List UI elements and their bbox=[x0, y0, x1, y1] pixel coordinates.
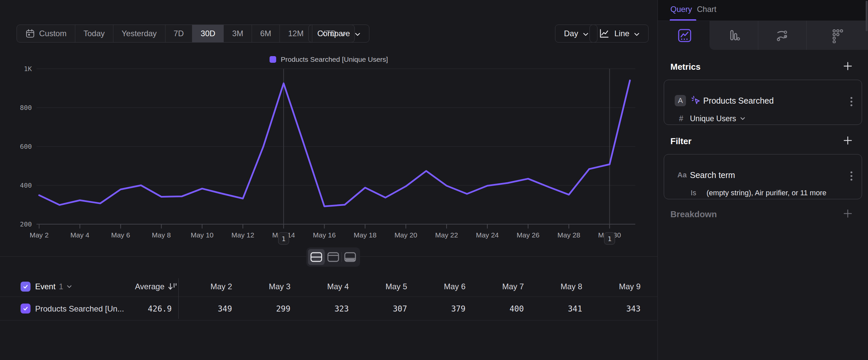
average-value: 426.9 bbox=[103, 297, 172, 321]
add-filter-button[interactable] bbox=[843, 136, 853, 147]
x-axis-label: May 6 bbox=[111, 231, 130, 239]
x-axis-label: May 20 bbox=[395, 231, 417, 239]
cell-value: 349 bbox=[179, 297, 232, 321]
filter-property-name: Search term bbox=[690, 170, 735, 180]
active-tab-underline bbox=[670, 19, 696, 21]
table-header-row: Event 1 Average May 2 May 3 May 4 May 5 … bbox=[0, 276, 657, 297]
tab-bar-chart[interactable] bbox=[710, 21, 758, 50]
metric-card[interactable]: A Products Searched # Unique Users bbox=[664, 80, 862, 125]
report-main-panel: Custom Today Yesterday 7D 30D 3M 6M 12M … bbox=[0, 0, 657, 360]
metrics-heading: Metrics bbox=[671, 62, 701, 72]
day-column-header: May 3 bbox=[238, 276, 290, 297]
cell-value: 323 bbox=[296, 297, 349, 321]
text-property-icon: Aa bbox=[677, 171, 687, 179]
metric-aggregation-line: # Unique Users bbox=[664, 112, 862, 125]
kebab-menu-icon[interactable] bbox=[850, 170, 853, 184]
layout-split-button[interactable] bbox=[308, 249, 324, 265]
chart-only-icon bbox=[327, 252, 340, 262]
sort-descending-icon[interactable] bbox=[167, 282, 177, 293]
x-axis-label: May 18 bbox=[354, 231, 377, 239]
day-column-header: May 8 bbox=[529, 276, 582, 297]
chevron-down-icon bbox=[67, 285, 72, 288]
day-column-header: May 9 bbox=[588, 276, 641, 297]
tab-insights-line-chart[interactable] bbox=[659, 21, 710, 50]
add-metric-button[interactable] bbox=[843, 61, 853, 73]
tab-retention-chart[interactable] bbox=[806, 21, 868, 50]
layout-table-only-button[interactable] bbox=[342, 249, 359, 265]
day-column-header: May 4 bbox=[296, 276, 349, 297]
y-axis-label: 600 bbox=[20, 142, 32, 150]
split-view-icon bbox=[310, 252, 322, 262]
y-axis-label: 200 bbox=[20, 220, 32, 228]
layout-chart-only-button[interactable] bbox=[325, 249, 341, 265]
filter-property-line: Aa Search term bbox=[664, 168, 862, 182]
sidebar-tabbar: Query Chart bbox=[658, 0, 868, 21]
retention-dots-icon bbox=[830, 28, 845, 43]
day-column-header: May 2 bbox=[179, 276, 232, 297]
y-axis-label: 1K bbox=[24, 65, 32, 73]
table-only-icon bbox=[344, 252, 356, 262]
average-column-header[interactable]: Average bbox=[96, 276, 164, 297]
cell-value: 379 bbox=[412, 297, 465, 321]
series-line[interactable] bbox=[39, 80, 630, 206]
tab-flow-chart[interactable] bbox=[758, 21, 806, 50]
x-axis-label: May 28 bbox=[557, 231, 580, 239]
y-axis-label: 800 bbox=[20, 104, 32, 112]
x-axis-label: May 8 bbox=[152, 231, 171, 239]
add-breakdown-button[interactable] bbox=[843, 209, 853, 220]
insights-chart-icon bbox=[677, 28, 692, 43]
column-divider bbox=[178, 278, 179, 319]
day-column-header: May 6 bbox=[412, 276, 465, 297]
filter-card[interactable]: Aa Search term Is (empty string), Air pu… bbox=[664, 154, 862, 199]
breakdown-table: Event 1 Average May 2 May 3 May 4 May 5 … bbox=[0, 276, 657, 321]
day-column-header: May 7 bbox=[471, 276, 524, 297]
svg-text:1: 1 bbox=[281, 235, 285, 243]
annotation-marker[interactable]: 1 bbox=[604, 232, 615, 244]
bar-chart-icon bbox=[726, 28, 741, 43]
chevron-down-icon bbox=[740, 117, 745, 120]
event-select-all-checkbox[interactable] bbox=[21, 282, 31, 292]
cell-value: 307 bbox=[354, 297, 407, 321]
day-column-header: May 5 bbox=[354, 276, 407, 297]
filter-values[interactable]: (empty string), Air purifier, or 11 more bbox=[707, 189, 827, 197]
chart-type-tabs bbox=[658, 21, 868, 50]
series-checkbox[interactable] bbox=[21, 304, 31, 313]
tab-chart[interactable]: Chart bbox=[697, 0, 716, 21]
tab-query[interactable]: Query bbox=[671, 0, 692, 21]
series-letter-badge: A bbox=[675, 95, 686, 106]
filter-condition-line: Is (empty string), Air purifier, or 11 m… bbox=[664, 186, 862, 200]
cell-value: 341 bbox=[529, 297, 582, 321]
x-axis-label: May 10 bbox=[191, 231, 214, 239]
filter-heading: Filter bbox=[671, 136, 692, 146]
annotation-marker[interactable]: 1 bbox=[278, 232, 289, 244]
aggregation-selector[interactable]: Unique Users bbox=[690, 114, 745, 123]
y-axis-label: 400 bbox=[20, 181, 32, 189]
metric-event-name: Products Searched bbox=[703, 96, 774, 106]
query-sidebar: Query Chart Metrics bbox=[658, 0, 868, 360]
event-click-icon bbox=[691, 95, 703, 107]
svg-text:1: 1 bbox=[608, 235, 612, 243]
flow-icon bbox=[775, 28, 790, 43]
filter-operator: Is bbox=[691, 189, 696, 197]
cell-value: 343 bbox=[588, 297, 641, 321]
cell-value: 400 bbox=[471, 297, 524, 321]
metric-card-title-line: A Products Searched bbox=[664, 93, 862, 108]
event-column-header[interactable]: Event 1 bbox=[35, 276, 72, 297]
x-axis-label: May 2 bbox=[30, 231, 49, 239]
line-chart[interactable]: 2004006008001KMay 2May 4May 6May 8May 10… bbox=[0, 0, 657, 257]
table-row[interactable]: Products Searched [Un... 426.9 349 299 3… bbox=[0, 297, 657, 321]
x-axis-label: May 24 bbox=[476, 231, 499, 239]
kebab-menu-icon[interactable] bbox=[850, 96, 853, 109]
breakdown-heading: Breakdown bbox=[671, 209, 717, 220]
x-axis-label: May 16 bbox=[313, 231, 336, 239]
x-axis-label: May 4 bbox=[70, 231, 90, 239]
x-axis-label: May 12 bbox=[231, 231, 254, 239]
hash-icon: # bbox=[679, 114, 683, 123]
cell-value: 299 bbox=[238, 297, 290, 321]
x-axis-label: May 22 bbox=[435, 231, 458, 239]
x-axis-label: May 26 bbox=[517, 231, 539, 239]
layout-toggle-group bbox=[306, 247, 360, 267]
